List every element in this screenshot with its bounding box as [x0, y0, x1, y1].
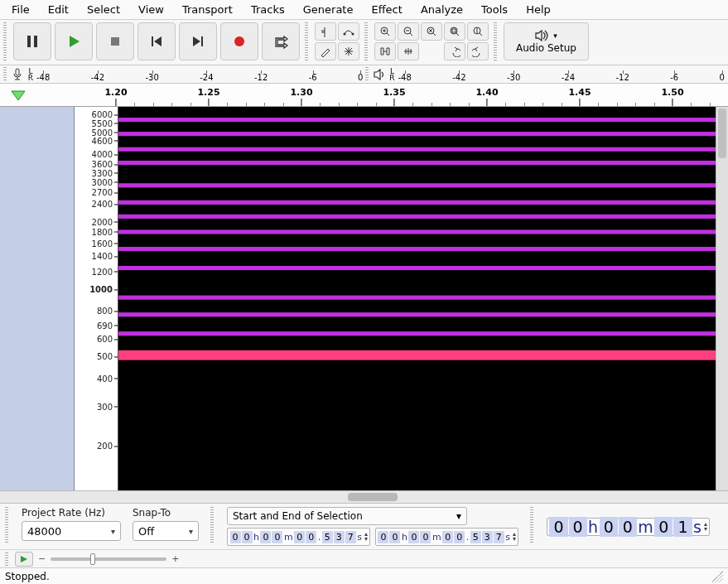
playback-meter[interactable]: -48-42-30-24-12-60	[398, 67, 726, 82]
resize-grip-icon[interactable]	[711, 571, 723, 582]
envelope-tool-button[interactable]	[338, 22, 359, 41]
track-control-panel[interactable]	[0, 107, 75, 490]
skip-start-icon	[148, 33, 165, 50]
freq-label: 200	[97, 442, 113, 451]
toolbar-handle[interactable]	[494, 22, 497, 62]
toolbar-handle[interactable]	[5, 507, 8, 543]
multi-tool-button[interactable]	[338, 42, 359, 60]
fit-project-button[interactable]	[444, 22, 465, 41]
svg-rect-26	[118, 229, 728, 234]
audio-setup-button[interactable]: ▾ Audio Setup	[504, 22, 589, 60]
freq-label: 2400	[92, 200, 113, 209]
audio-setup-label: Audio Setup	[516, 42, 576, 54]
menu-analyze[interactable]: Analyze	[412, 2, 471, 17]
menu-tools[interactable]: Tools	[473, 2, 516, 17]
draw-tool-button[interactable]	[315, 42, 336, 60]
menu-view[interactable]: View	[130, 2, 172, 17]
tools-group	[315, 22, 359, 60]
undo-button[interactable]	[444, 42, 465, 60]
selection-start-time[interactable]: 00h00m00.537s▴▾	[227, 528, 370, 546]
chevron-down-icon: ▾	[111, 527, 115, 536]
timeline-ruler[interactable]: 1.201.251.301.351.401.451.50	[0, 84, 728, 107]
svg-rect-3	[152, 36, 153, 46]
toolbar-handle[interactable]	[365, 67, 369, 82]
menu-select[interactable]: Select	[79, 2, 128, 17]
db-tick: 0	[358, 73, 363, 82]
selection-tool-icon	[320, 26, 331, 37]
menu-tracks[interactable]: Tracks	[243, 2, 293, 17]
status-bar: Stopped.	[0, 567, 728, 584]
vertical-scrollbar[interactable]	[716, 107, 728, 490]
freq-label: 300	[97, 402, 113, 411]
fit-selection-button[interactable]	[421, 22, 442, 41]
svg-point-6	[344, 33, 346, 36]
db-tick: -6	[309, 73, 317, 82]
skip-start-button[interactable]	[137, 22, 176, 60]
spectrogram-view[interactable]	[118, 107, 728, 490]
svg-rect-28	[118, 266, 728, 270]
freq-label: 500	[97, 352, 113, 361]
freq-label: 600	[97, 335, 113, 344]
zoom-toggle-button[interactable]	[467, 22, 489, 41]
menu-effect[interactable]: Effect	[363, 2, 410, 17]
selection-tool-button[interactable]	[315, 22, 336, 41]
chevron-down-icon: ▾	[553, 31, 557, 40]
selection-end-time[interactable]: 00h00m00.537s▴▾	[375, 528, 518, 546]
svg-rect-31	[118, 331, 728, 335]
ruler-major-tick: 1.50	[661, 87, 683, 106]
freq-label: 3300	[92, 168, 113, 177]
menu-generate[interactable]: Generate	[295, 2, 362, 17]
trim-icon	[379, 46, 391, 57]
menu-help[interactable]: Help	[518, 2, 559, 17]
play-button[interactable]	[55, 22, 93, 60]
record-icon	[231, 33, 248, 50]
loop-button[interactable]	[262, 22, 300, 60]
zoom-out-button[interactable]	[398, 22, 419, 41]
zoom-in-button[interactable]	[374, 22, 396, 41]
silence-button[interactable]	[398, 42, 419, 60]
pause-button[interactable]	[13, 22, 51, 60]
toolbar-handle[interactable]	[210, 507, 214, 543]
svg-rect-23	[118, 183, 728, 187]
speaker-icon[interactable]	[372, 69, 387, 80]
menu-file[interactable]: File	[3, 2, 38, 17]
selection-mode-combo[interactable]: Start and End of Selection ▾	[227, 507, 467, 525]
svg-rect-21	[118, 147, 728, 152]
silence-icon	[403, 46, 414, 57]
svg-rect-27	[118, 247, 728, 251]
trim-button[interactable]	[374, 42, 396, 60]
toolbar-handle[interactable]	[530, 507, 533, 543]
rec-lr-label: LR	[27, 68, 35, 81]
snap-to-value: Off	[138, 525, 154, 538]
db-tick: -48	[36, 73, 50, 82]
stop-button[interactable]	[96, 22, 134, 60]
project-rate-combo[interactable]: 48000 ▾	[22, 521, 121, 541]
db-tick: -12	[615, 73, 629, 82]
toolbar-handle[interactable]	[305, 22, 308, 62]
loop-icon	[272, 33, 289, 50]
svg-rect-0	[27, 36, 31, 47]
toolbar-handle[interactable]	[3, 22, 7, 62]
menu-transport[interactable]: Transport	[174, 2, 241, 17]
freq-label: 1200	[92, 267, 113, 276]
zoom-group	[374, 22, 489, 60]
playback-speed-slider[interactable]	[51, 557, 166, 561]
redo-button[interactable]	[467, 42, 489, 60]
menu-edit[interactable]: Edit	[40, 2, 77, 17]
svg-rect-24	[118, 200, 728, 205]
play-at-speed-button[interactable]	[15, 552, 33, 567]
toolbar-handle[interactable]	[3, 67, 7, 82]
snap-to-combo[interactable]: Off ▾	[133, 521, 199, 541]
recording-meter[interactable]: -48-42-30-24-12-60	[36, 67, 364, 82]
ruler-major-tick: 1.30	[290, 87, 312, 106]
horizontal-scrollbar[interactable]	[0, 490, 728, 503]
skip-end-button[interactable]	[179, 22, 217, 60]
meters-bar: LR -48-42-30-24-12-60 LR -48-42-30-24-12…	[0, 65, 728, 84]
svg-rect-4	[201, 36, 203, 46]
toolbar-handle[interactable]	[364, 22, 368, 62]
audio-position-time[interactable]: 00h00m01s▴▾	[547, 518, 710, 536]
freq-label: 1600	[92, 239, 113, 248]
microphone-icon[interactable]	[10, 68, 25, 81]
record-button[interactable]	[220, 22, 258, 60]
toolbar-handle[interactable]	[5, 553, 8, 566]
